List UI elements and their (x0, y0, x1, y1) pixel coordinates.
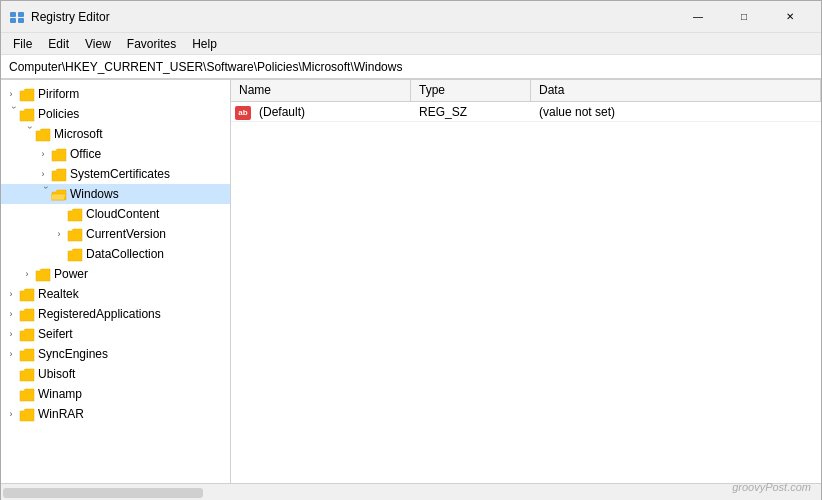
folder-icon (51, 168, 67, 181)
folder-icon (19, 348, 35, 361)
folder-icon (67, 228, 83, 241)
expand-icon: › (3, 306, 19, 322)
app-icon (9, 9, 25, 25)
tree-item-winrar[interactable]: › WinRAR (1, 404, 230, 424)
window-title: Registry Editor (31, 10, 675, 24)
svg-rect-1 (18, 12, 24, 17)
value-icon: ab (231, 104, 251, 120)
tree-label-datacollection: DataCollection (86, 247, 164, 261)
data-rows: ab (Default) REG_SZ (value not set) (231, 102, 821, 483)
tree-label-systemcerts: SystemCertificates (70, 167, 170, 181)
menu-bar: File Edit View Favorites Help (1, 33, 821, 55)
expand-icon: › (35, 186, 51, 202)
tree-label-microsoft: Microsoft (54, 127, 103, 141)
tree-item-power[interactable]: › Power (1, 264, 230, 284)
col-header-type: Type (411, 80, 531, 101)
tree-item-datacollection[interactable]: › DataCollection (1, 244, 230, 264)
tree-label-realtek: Realtek (38, 287, 79, 301)
tree-item-policies[interactable]: › Policies (1, 104, 230, 124)
close-button[interactable]: ✕ (767, 1, 813, 33)
folder-icon (35, 128, 51, 141)
expand-icon: › (3, 346, 19, 362)
right-panel: Name Type Data ab (Default) REG_SZ (valu… (231, 80, 821, 483)
menu-edit[interactable]: Edit (40, 35, 77, 53)
tree-item-currentversion[interactable]: › CurrentVersion (1, 224, 230, 244)
menu-favorites[interactable]: Favorites (119, 35, 184, 53)
tree-label-winrar: WinRAR (38, 407, 84, 421)
tree-item-cloudcontent[interactable]: › CloudContent (1, 204, 230, 224)
svg-rect-0 (10, 12, 16, 17)
folder-icon (19, 368, 35, 381)
col-header-name: Name (231, 80, 411, 101)
folder-icon (19, 308, 35, 321)
tree-item-winamp[interactable]: › Winamp (1, 384, 230, 404)
tree-label-piriform: Piriform (38, 87, 79, 101)
tree-label-policies: Policies (38, 107, 79, 121)
minimize-button[interactable]: — (675, 1, 721, 33)
tree-label-windows: Windows (70, 187, 119, 201)
tree-label-power: Power (54, 267, 88, 281)
tree-label-ubisoft: Ubisoft (38, 367, 75, 381)
folder-icon (19, 328, 35, 341)
expand-icon: › (35, 166, 51, 182)
tree-item-registeredapps[interactable]: › RegisteredApplications (1, 304, 230, 324)
expand-icon: › (51, 226, 67, 242)
expand-icon: › (3, 406, 19, 422)
folder-icon (35, 268, 51, 281)
tree-item-systemcerts[interactable]: › SystemCertificates (1, 164, 230, 184)
tree-item-windows[interactable]: › Windows (1, 184, 230, 204)
address-bar: Computer\HKEY_CURRENT_USER\Software\Poli… (1, 55, 821, 79)
maximize-button[interactable]: □ (721, 1, 767, 33)
expand-icon: › (3, 106, 19, 122)
tree-label-winamp: Winamp (38, 387, 82, 401)
cell-name-default: (Default) (251, 103, 411, 121)
data-row-default[interactable]: ab (Default) REG_SZ (value not set) (231, 102, 821, 122)
expand-icon: › (3, 286, 19, 302)
window-controls: — □ ✕ (675, 1, 813, 33)
folder-icon (19, 388, 35, 401)
tree-item-syncengines[interactable]: › SyncEngines (1, 344, 230, 364)
expand-icon: › (3, 326, 19, 342)
folder-icon (19, 88, 35, 101)
cell-data-default: (value not set) (531, 103, 821, 121)
menu-help[interactable]: Help (184, 35, 225, 53)
folder-icon (19, 108, 35, 121)
col-header-data: Data (531, 80, 821, 101)
tree-item-ubisoft[interactable]: › Ubisoft (1, 364, 230, 384)
expand-icon: › (35, 146, 51, 162)
tree-item-piriform[interactable]: › Piriform (1, 84, 230, 104)
tree-label-seifert: Seifert (38, 327, 73, 341)
tree-label-currentversion: CurrentVersion (86, 227, 166, 241)
tree-label-office: Office (70, 147, 101, 161)
watermark: groovyPost.com (732, 481, 811, 493)
main-content: › Piriform › Policies › Micro (1, 79, 821, 483)
menu-file[interactable]: File (5, 35, 40, 53)
svg-rect-2 (10, 18, 16, 23)
folder-icon (67, 208, 83, 221)
menu-view[interactable]: View (77, 35, 119, 53)
expand-icon: › (19, 266, 35, 282)
tree-item-realtek[interactable]: › Realtek (1, 284, 230, 304)
bottom-scrollbar[interactable] (1, 483, 821, 500)
folder-icon (19, 408, 35, 421)
tree-panel[interactable]: › Piriform › Policies › Micro (1, 80, 231, 483)
ab-icon: ab (235, 106, 251, 120)
folder-icon-open (51, 188, 67, 201)
folder-icon (19, 288, 35, 301)
folder-icon (67, 248, 83, 261)
tree-item-office[interactable]: › Office (1, 144, 230, 164)
svg-rect-3 (18, 18, 24, 23)
tree-label-registeredapps: RegisteredApplications (38, 307, 161, 321)
column-headers: Name Type Data (231, 80, 821, 102)
tree-item-seifert[interactable]: › Seifert (1, 324, 230, 344)
title-bar: Registry Editor — □ ✕ (1, 1, 821, 33)
tree-item-microsoft[interactable]: › Microsoft (1, 124, 230, 144)
tree-label-syncengines: SyncEngines (38, 347, 108, 361)
folder-icon (51, 148, 67, 161)
horizontal-scrollbar[interactable] (3, 488, 203, 498)
cell-type-default: REG_SZ (411, 103, 531, 121)
tree-label-cloudcontent: CloudContent (86, 207, 159, 221)
expand-icon: › (19, 126, 35, 142)
expand-icon: › (3, 86, 19, 102)
address-path: Computer\HKEY_CURRENT_USER\Software\Poli… (9, 60, 402, 74)
